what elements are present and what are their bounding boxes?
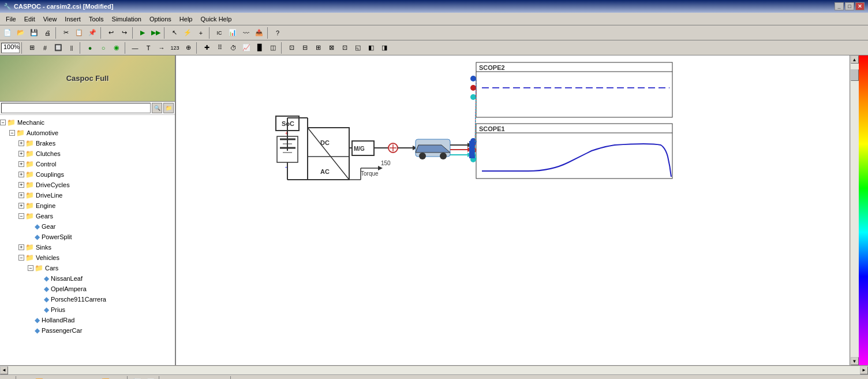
tree-item-clutches[interactable]: +📁Clutches: [0, 148, 175, 159]
bt-btn7[interactable]: 🖨: [248, 376, 260, 379]
paste-button[interactable]: 📌: [86, 27, 99, 39]
tree-toggle-brakes[interactable]: +: [18, 140, 24, 146]
step-back-button[interactable]: ⏪: [33, 376, 46, 379]
scope-display-btn1[interactable]: 📉: [131, 376, 144, 379]
bus-btn[interactable]: 123: [169, 42, 181, 54]
connect-button[interactable]: ⚡: [181, 27, 194, 39]
tree-toggle-driveline[interactable]: +: [18, 192, 24, 198]
zoom-sel-btn[interactable]: ⊟: [298, 42, 311, 54]
tree-item-couplings[interactable]: +📁Couplings: [0, 169, 175, 180]
arrow-btn[interactable]: →: [155, 42, 168, 54]
select-button[interactable]: ↖: [168, 27, 181, 39]
prev-button[interactable]: ◀: [46, 376, 59, 379]
run-all-button[interactable]: ▶▶: [149, 27, 162, 39]
text-btn[interactable]: T: [142, 42, 155, 54]
tree-item-mechanic[interactable]: −📁Mechanic: [0, 117, 175, 128]
bt-btn5[interactable]: ⊟: [216, 376, 229, 379]
tree-toggle-couplings[interactable]: +: [18, 172, 24, 177]
menu-insert[interactable]: Insert: [61, 14, 84, 24]
tb2-btn3[interactable]: ⊞: [312, 42, 324, 54]
tb2-btn8[interactable]: ◨: [378, 42, 391, 54]
grid-button[interactable]: #: [39, 42, 51, 54]
copy-button[interactable]: 📋: [73, 27, 85, 39]
tree-toggle-mechanic[interactable]: −: [0, 120, 6, 125]
window-controls[interactable]: _ □ ✕: [835, 2, 865, 10]
scope-button[interactable]: 📊: [226, 27, 239, 39]
tree-toggle-automotive[interactable]: −: [9, 130, 15, 136]
zoom-in-button[interactable]: +: [194, 27, 207, 39]
tree-item-driveline[interactable]: +📁DriveLine: [0, 190, 175, 200]
scroll-up-button[interactable]: ▲: [851, 55, 859, 64]
tree-toggle-sinks[interactable]: +: [18, 244, 24, 250]
maximize-button[interactable]: □: [845, 2, 854, 10]
zoom-fit-btn[interactable]: ⊡: [285, 42, 298, 54]
tree-item-brakes[interactable]: +📁Brakes: [0, 138, 175, 148]
scroll-thumb[interactable]: [851, 69, 859, 81]
menu-tools[interactable]: Tools: [85, 14, 107, 24]
pause-button[interactable]: ⏸: [73, 376, 85, 379]
tree-toggle-clutches[interactable]: +: [18, 151, 24, 157]
minimize-button[interactable]: _: [835, 2, 844, 10]
next-button[interactable]: ▶: [86, 376, 99, 379]
snap-button[interactable]: 🔲: [52, 42, 65, 54]
tree-toggle-vehicles[interactable]: −: [18, 255, 24, 261]
line-btn[interactable]: —: [129, 42, 141, 54]
tree-item-powersplit[interactable]: ◆PowerSplit: [0, 232, 175, 242]
clock-btn[interactable]: ⏱: [227, 42, 240, 54]
tree-toggle-engine[interactable]: +: [18, 203, 24, 209]
bar-btn[interactable]: ▉: [253, 42, 266, 54]
tree-item-drivecycles[interactable]: +📁DriveCycles: [0, 180, 175, 190]
redo-button[interactable]: ↪: [118, 27, 130, 39]
bottom-scroll-area[interactable]: ◄ ►: [0, 365, 868, 374]
fast-fwd-button[interactable]: ⏩: [99, 376, 112, 379]
cross-btn[interactable]: ✚: [200, 42, 213, 54]
dot-grid-btn[interactable]: ⠿: [214, 42, 226, 54]
tree-item-passengercar[interactable]: ◆PassengerCar: [0, 325, 175, 336]
rewind-button[interactable]: ⏮: [20, 376, 32, 379]
cut-button[interactable]: ✂: [59, 27, 72, 39]
tree-item-gears[interactable]: −📁Gears: [0, 211, 175, 221]
tree-item-porsche911[interactable]: ◆Porsche911Carrera: [0, 294, 175, 304]
print-button[interactable]: 🖨: [41, 27, 54, 39]
record-button[interactable]: ●: [1, 376, 14, 379]
wire-btn[interactable]: ○: [97, 42, 110, 54]
tree-item-vehicles[interactable]: −📁Vehicles: [0, 252, 175, 263]
menu-simulation[interactable]: Simulation: [108, 14, 145, 24]
tree-item-gear[interactable]: ◆Gear: [0, 221, 175, 232]
undo-button[interactable]: ↩: [104, 27, 117, 39]
hscroll-track[interactable]: [8, 366, 860, 374]
bt-btn6[interactable]: 📷: [234, 376, 247, 379]
run-button[interactable]: ▶: [136, 27, 149, 39]
tree-item-sinks[interactable]: +📁Sinks: [0, 242, 175, 252]
scroll-right-button[interactable]: ►: [860, 366, 868, 374]
tb2-btn6[interactable]: ◱: [351, 42, 364, 54]
menu-file[interactable]: File: [2, 14, 20, 24]
label-btn[interactable]: ◉: [110, 42, 123, 54]
tb2-btn5[interactable]: ⊡: [338, 42, 351, 54]
search-button[interactable]: 🔍: [152, 103, 162, 113]
play-button[interactable]: ▶: [59, 376, 72, 379]
tree-toggle-gears[interactable]: −: [18, 213, 24, 219]
new-button[interactable]: 📄: [1, 27, 14, 39]
bt-btn3[interactable]: ◎: [189, 376, 202, 379]
scroll-track[interactable]: [851, 64, 859, 357]
tree-toggle-cars[interactable]: −: [28, 265, 33, 271]
tree-item-hollandrad[interactable]: ◆HollandRad: [0, 315, 175, 325]
browse-button[interactable]: 📁: [163, 103, 174, 113]
tb2-btn1[interactable]: ||: [65, 42, 78, 54]
tb2-btn7[interactable]: ◧: [365, 42, 377, 54]
fit-button[interactable]: ⊞: [25, 42, 38, 54]
fft-button[interactable]: 〰: [240, 27, 252, 39]
help-button[interactable]: ?: [271, 27, 284, 39]
save-button[interactable]: 💾: [28, 27, 40, 39]
bt-btn2[interactable]: ⊟: [176, 376, 189, 379]
tree-item-control[interactable]: +📁Control: [0, 159, 175, 169]
chart-btn[interactable]: 📈: [240, 42, 253, 54]
open-button[interactable]: 📂: [14, 27, 27, 39]
tree-item-engine[interactable]: +📁Engine: [0, 200, 175, 211]
menu-edit[interactable]: Edit: [21, 14, 39, 24]
bt-btn4[interactable]: ⊡: [203, 376, 215, 379]
probe-btn[interactable]: ⊕: [182, 42, 194, 54]
canvas-area[interactable]: SCOPE2 SCOPE1: [176, 55, 850, 365]
zoom-input[interactable]: 100%: [1, 43, 20, 53]
